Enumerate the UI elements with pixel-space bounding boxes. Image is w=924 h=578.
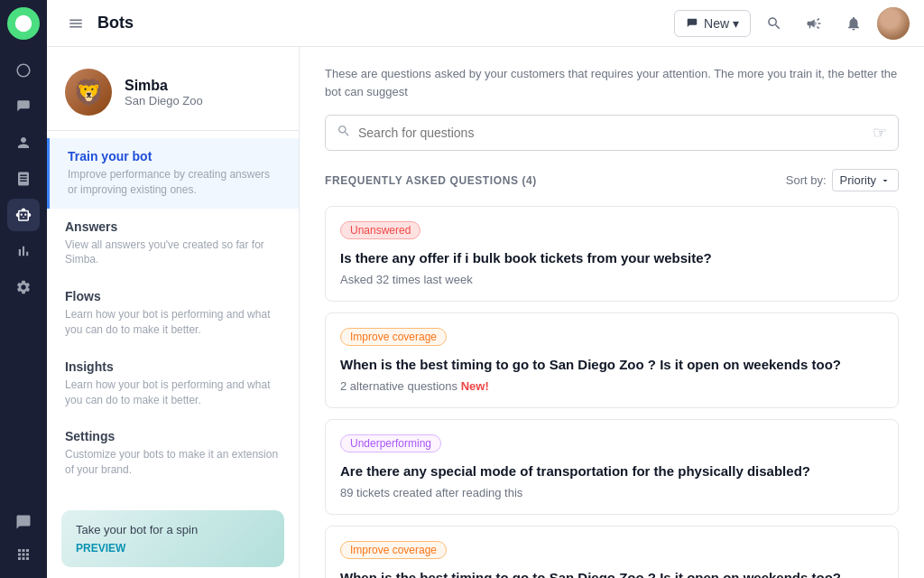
nav-item-train-desc: Improve performance by creating answers … (68, 167, 281, 198)
megaphone-button[interactable] (798, 7, 830, 40)
badge-unanswered: Unanswered (340, 221, 420, 239)
faq-card-2[interactable]: Underperforming Are there any special mo… (325, 419, 899, 515)
search-bar[interactable]: ☞ (325, 115, 899, 151)
sidebar-dark (0, 0, 47, 578)
nav-item-flows-desc: Learn how your bot is performing and wha… (65, 307, 281, 338)
faq-header: FREQUENTLY ASKED QUESTIONS (4) Sort by: … (325, 169, 899, 191)
sidebar-item-home[interactable] (7, 54, 40, 87)
faq-question-0: Is there any offer if i bulk book ticket… (340, 248, 883, 267)
topbar: Bots New ▾ (47, 0, 924, 47)
sidebar-item-knowledge[interactable] (7, 163, 40, 195)
sidebar-item-contacts[interactable] (7, 126, 40, 159)
nav-item-settings-desc: Customize your bots to make it an extens… (65, 447, 281, 478)
faq-card-0[interactable]: Unanswered Is there any offer if i bulk … (325, 206, 899, 302)
sort-by: Sort by: Priority (786, 169, 899, 191)
sidebar-item-apps[interactable] (7, 538, 40, 571)
faq-title: FREQUENTLY ASKED QUESTIONS (4) (325, 174, 537, 187)
bot-org: San Diego Zoo (125, 94, 203, 107)
sort-label: Sort by: (786, 173, 827, 187)
bot-info: Simba San Diego Zoo (125, 78, 203, 107)
sort-value: Priority (840, 173, 876, 187)
badge-improve-1: Improve coverage (340, 328, 447, 346)
bot-avatar: 🦁 (65, 69, 112, 116)
hamburger-button[interactable] (61, 9, 90, 38)
app-logo[interactable] (7, 7, 40, 40)
badge-improve-3: Improve coverage (340, 541, 447, 559)
faq-meta-2: 89 tickets created after reading this (340, 486, 883, 499)
nav-item-flows[interactable]: Flows Learn how your bot is performing a… (47, 278, 299, 349)
topbar-actions: New ▾ (674, 7, 910, 40)
sidebar-item-reports[interactable] (7, 235, 40, 267)
faq-question-2: Are there any special mode of transporta… (340, 461, 883, 480)
search-button[interactable] (758, 7, 790, 40)
badge-underperforming: Underperforming (340, 434, 441, 452)
cursor-icon: ☞ (873, 123, 887, 143)
nav-item-answers-desc: View all answers you've created so far f… (65, 238, 281, 268)
faq-card-1[interactable]: Improve coverage When is the best timing… (325, 312, 899, 408)
notifications-button[interactable] (837, 7, 870, 40)
bot-name: Simba (125, 78, 203, 94)
nav-item-settings[interactable]: Settings Customize your bots to make it … (47, 418, 299, 489)
faq-meta-1: 2 alternative questions New! (340, 379, 883, 393)
nav-section: Train your bot Improve performance by cr… (47, 131, 299, 496)
nav-item-train[interactable]: Train your bot Improve performance by cr… (47, 138, 299, 209)
nav-item-answers-title: Answers (65, 219, 281, 234)
nav-item-insights-desc: Learn how your bot is performing and wha… (65, 378, 281, 408)
faq-meta-0: Asked 32 times last week (340, 273, 883, 286)
avatar[interactable] (877, 7, 910, 40)
sort-select[interactable]: Priority (832, 169, 899, 191)
sidebar-item-inbox[interactable] (7, 90, 40, 123)
sidebar-item-settings[interactable] (7, 271, 40, 303)
preview-link[interactable]: PREVIEW (76, 542, 270, 555)
preview-title: Take your bot for a spin (76, 523, 270, 536)
main-content: These are questions asked by your custom… (300, 47, 924, 578)
page-title: Bots (97, 14, 134, 33)
bot-header: 🦁 Simba San Diego Zoo (47, 47, 299, 131)
new-tag: New! (461, 379, 489, 393)
faq-question-3: When is the best timing to go to San Die… (340, 568, 883, 578)
search-input[interactable] (358, 126, 865, 140)
content-header-text: These are questions asked by your custom… (325, 65, 899, 100)
faq-card-3[interactable]: Improve coverage When is the best timing… (325, 526, 899, 578)
nav-item-flows-title: Flows (65, 289, 281, 303)
svg-point-0 (15, 15, 32, 32)
nav-item-answers[interactable]: Answers View all answers you've created … (47, 209, 299, 279)
sidebar-item-bots[interactable] (7, 199, 40, 231)
sidebar-item-support[interactable] (7, 506, 40, 538)
nav-item-train-title: Train your bot (68, 149, 281, 163)
nav-item-insights-title: Insights (65, 359, 281, 374)
faq-question-1: When is the best timing to go to San Die… (340, 355, 883, 374)
main-area: 🦁 Simba San Diego Zoo Train your bot Imp… (47, 47, 924, 578)
nav-item-settings-title: Settings (65, 429, 281, 443)
secondary-sidebar: 🦁 Simba San Diego Zoo Train your bot Imp… (47, 47, 300, 578)
new-button[interactable]: New ▾ (674, 10, 751, 37)
preview-box: Take your bot for a spin PREVIEW (61, 510, 284, 567)
nav-item-insights[interactable]: Insights Learn how your bot is performin… (47, 349, 299, 419)
search-icon (337, 124, 351, 142)
